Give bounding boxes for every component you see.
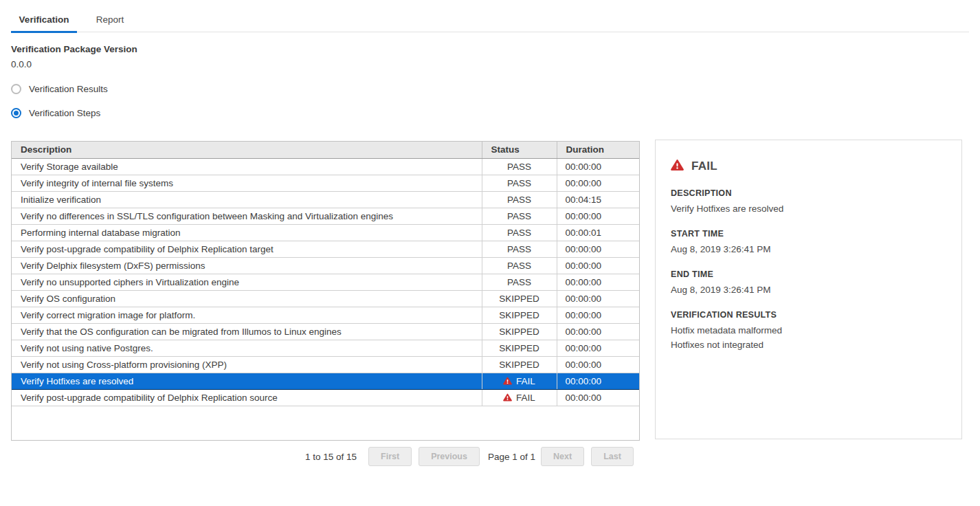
detail-section-line: Aug 8, 2019 3:26:41 PM bbox=[671, 242, 946, 256]
status-text: PASS bbox=[507, 261, 531, 271]
cell-duration: 00:00:00 bbox=[557, 307, 639, 323]
radio-icon bbox=[11, 84, 21, 94]
pagination: 1 to 15 of 15 First Previous Page 1 of 1… bbox=[305, 447, 641, 466]
cell-status: SKIPPED bbox=[482, 356, 557, 373]
table-row[interactable]: Verify OS configurationSKIPPED00:00:00 bbox=[12, 290, 639, 307]
cell-status: PASS bbox=[482, 158, 557, 175]
view-mode-radio-group: Verification Results Verification Steps bbox=[11, 83, 108, 131]
cell-description: Verify that the OS configuration can be … bbox=[12, 323, 482, 340]
detail-panel: FAIL DESCRIPTIONVerify Hotfixes are reso… bbox=[655, 140, 962, 439]
cell-duration: 00:00:00 bbox=[557, 241, 639, 257]
status-text: FAIL bbox=[516, 376, 535, 386]
status-text: SKIPPED bbox=[499, 327, 539, 337]
cell-duration: 00:00:00 bbox=[557, 340, 639, 356]
table-row[interactable]: Performing internal database migrationPA… bbox=[12, 224, 639, 241]
table-row[interactable]: Verify no differences in SSL/TLS configu… bbox=[12, 208, 639, 224]
table-row[interactable]: Verify Storage availablePASS00:00:00 bbox=[12, 158, 639, 175]
table-row[interactable]: Verify post-upgrade compatibility of Del… bbox=[12, 241, 639, 257]
warning-icon bbox=[671, 159, 684, 174]
pagination-page-text: Page 1 of 1 bbox=[488, 452, 535, 462]
cell-duration: 00:00:00 bbox=[557, 389, 639, 406]
status-text: PASS bbox=[507, 178, 531, 188]
cell-status: PASS bbox=[482, 241, 557, 257]
table-row[interactable]: Verify post-upgrade compatibility of Del… bbox=[12, 389, 639, 406]
detail-section: VERIFICATION RESULTSHotfix metadata malf… bbox=[671, 310, 946, 352]
status-text: SKIPPED bbox=[499, 360, 539, 370]
table-row[interactable]: Verify Hotfixes are resolvedFAIL00:00:00 bbox=[12, 373, 639, 389]
cell-description: Verify no unsupported ciphers in Virtual… bbox=[12, 274, 482, 290]
cell-description: Performing internal database migration bbox=[12, 224, 482, 241]
detail-section-line: Verify Hotfixes are resolved bbox=[671, 201, 946, 216]
detail-section: START TIMEAug 8, 2019 3:26:41 PM bbox=[671, 229, 946, 256]
table-header-row: Description Status Duration bbox=[12, 142, 639, 158]
first-page-button[interactable]: First bbox=[368, 447, 412, 466]
detail-section-line: Hotfix metadata malformed bbox=[671, 323, 946, 338]
column-header-status: Status bbox=[482, 142, 557, 158]
radio-label: Verification Results bbox=[29, 84, 108, 94]
cell-description: Initialize verification bbox=[12, 191, 482, 208]
status-text: SKIPPED bbox=[499, 294, 539, 304]
table-row[interactable]: Initialize verificationPASS00:04:15 bbox=[12, 191, 639, 208]
cell-duration: 00:04:15 bbox=[557, 191, 639, 208]
status-text: PASS bbox=[507, 162, 531, 172]
radio-icon-selected bbox=[11, 108, 21, 118]
cell-duration: 00:00:00 bbox=[557, 274, 639, 290]
cell-status: FAIL bbox=[482, 373, 557, 389]
detail-section-line: Aug 8, 2019 3:26:41 PM bbox=[671, 283, 946, 297]
cell-status: SKIPPED bbox=[482, 323, 557, 340]
detail-section-label: DESCRIPTION bbox=[671, 188, 946, 198]
table-row[interactable]: Verify Delphix filesystem (DxFS) permiss… bbox=[12, 257, 639, 274]
cell-status: PASS bbox=[482, 274, 557, 290]
cell-status: PASS bbox=[482, 257, 557, 274]
cell-description: Verify correct migration image for platf… bbox=[12, 307, 482, 323]
detail-header: FAIL bbox=[671, 159, 946, 174]
radio-verification-results[interactable]: Verification Results bbox=[11, 83, 108, 94]
table-row[interactable]: Verify no unsupported ciphers in Virtual… bbox=[12, 274, 639, 290]
cell-description: Verify not using native Postgres. bbox=[12, 340, 482, 356]
cell-duration: 00:00:01 bbox=[557, 224, 639, 241]
table-body: Verify Storage availablePASS00:00:00Veri… bbox=[12, 158, 639, 406]
status-text: PASS bbox=[507, 277, 531, 287]
detail-status-text: FAIL bbox=[691, 160, 717, 173]
cell-duration: 00:00:00 bbox=[557, 373, 639, 389]
status-text: SKIPPED bbox=[499, 310, 539, 320]
column-header-description: Description bbox=[12, 142, 482, 158]
table-row[interactable]: Verify not using Cross-platform provisio… bbox=[12, 356, 639, 373]
cell-status: PASS bbox=[482, 208, 557, 224]
cell-duration: 00:00:00 bbox=[557, 208, 639, 224]
warning-icon bbox=[503, 393, 512, 402]
next-page-button[interactable]: Next bbox=[541, 447, 584, 466]
radio-verification-steps[interactable]: Verification Steps bbox=[11, 107, 108, 118]
status-text: PASS bbox=[507, 195, 531, 205]
cell-description: Verify Storage available bbox=[12, 158, 482, 175]
status-text: SKIPPED bbox=[499, 343, 539, 353]
verification-steps-table: Description Status Duration Verify Stora… bbox=[11, 141, 640, 441]
package-version-value: 0.0.0 bbox=[11, 59, 32, 69]
table-row[interactable]: Verify correct migration image for platf… bbox=[12, 307, 639, 323]
status-text: FAIL bbox=[516, 393, 535, 403]
cell-description: Verify Hotfixes are resolved bbox=[12, 373, 482, 389]
table-row[interactable]: Verify integrity of internal file system… bbox=[12, 175, 639, 191]
last-page-button[interactable]: Last bbox=[591, 447, 634, 466]
pagination-range-text: 1 to 15 of 15 bbox=[305, 452, 357, 462]
cell-description: Verify post-upgrade compatibility of Del… bbox=[12, 241, 482, 257]
detail-sections: DESCRIPTIONVerify Hotfixes are resolvedS… bbox=[671, 188, 946, 352]
column-header-duration: Duration bbox=[557, 142, 639, 158]
table-row[interactable]: Verify that the OS configuration can be … bbox=[12, 323, 639, 340]
cell-description: Verify no differences in SSL/TLS configu… bbox=[12, 208, 482, 224]
cell-status: PASS bbox=[482, 175, 557, 191]
cell-description: Verify integrity of internal file system… bbox=[12, 175, 482, 191]
status-text: PASS bbox=[507, 228, 531, 238]
tab-verification[interactable]: Verification bbox=[11, 10, 77, 32]
cell-status: PASS bbox=[482, 224, 557, 241]
tab-bar: Verification Report bbox=[11, 10, 969, 32]
table-row[interactable]: Verify not using native Postgres.SKIPPED… bbox=[12, 340, 639, 356]
cell-duration: 00:00:00 bbox=[557, 158, 639, 175]
previous-page-button[interactable]: Previous bbox=[419, 447, 480, 466]
detail-section-label: END TIME bbox=[671, 270, 946, 279]
cell-description: Verify Delphix filesystem (DxFS) permiss… bbox=[12, 257, 482, 274]
cell-status: SKIPPED bbox=[482, 340, 557, 356]
tab-report[interactable]: Report bbox=[77, 10, 143, 32]
cell-status: SKIPPED bbox=[482, 307, 557, 323]
status-text: PASS bbox=[507, 211, 531, 221]
